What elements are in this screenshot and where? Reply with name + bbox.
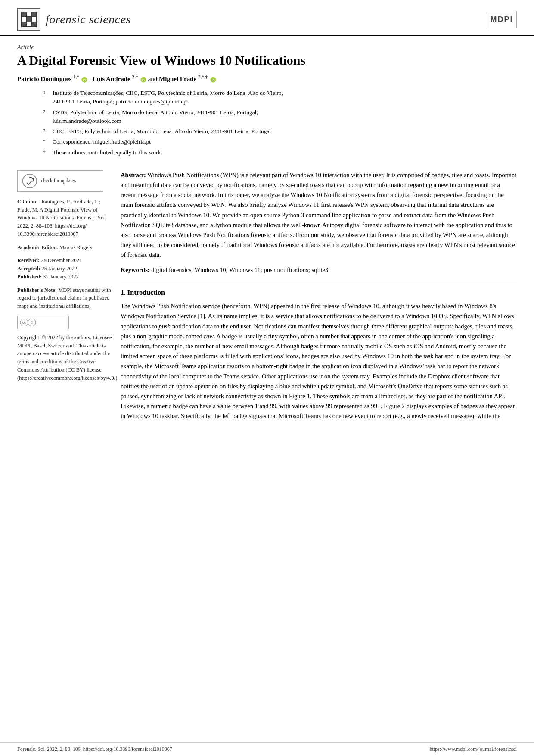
author-separator-2: and: [148, 75, 159, 82]
affil-3-text: CIIC, ESTG, Polytechnic of Leiria, Morro…: [53, 127, 271, 136]
affil-3: 3 CIIC, ESTG, Polytechnic of Leiria, Mor…: [43, 127, 517, 136]
svg-text:iD: iD: [211, 78, 214, 81]
accepted-line: Accepted: 25 January 2022: [17, 265, 112, 273]
published-text: 31 January 2022: [43, 274, 79, 280]
abstract-label: Abstract:: [121, 172, 146, 178]
author-1-name: Patrício Domingues: [17, 75, 71, 82]
logo-cell: [32, 12, 36, 16]
logo-cell: [27, 12, 31, 16]
accepted-text: 25 January 2022: [42, 266, 78, 272]
journal-logo-box: [17, 8, 40, 31]
svg-text:cc: cc: [22, 320, 26, 324]
author-2-sup: 2,†: [132, 74, 138, 79]
affil-2-num: 2: [43, 108, 49, 126]
accepted-label: Accepted:: [17, 266, 40, 272]
mdpi-logo: MDPI: [487, 11, 517, 28]
affil-dagger-num: †: [43, 148, 49, 157]
author-separator-1: ,: [89, 75, 93, 82]
content-divider: [121, 281, 517, 281]
author-3-sup: 3,*,†: [198, 74, 208, 79]
cc-icon: cc ©: [20, 319, 36, 326]
check-updates-icon: [22, 173, 37, 189]
affil-dagger-text: These authors contributed equally to thi…: [53, 148, 162, 157]
logo-cell: [27, 17, 31, 21]
author-3-name: Miguel Frade: [159, 75, 196, 82]
footer-left: Forensic. Sci. 2022, 2, 88–106. https://…: [17, 746, 172, 753]
affil-star: * Correspondence: miguel.frade@ipleiria.…: [43, 137, 517, 146]
author-2-name: Luís Andrade: [93, 75, 130, 82]
logo-cell: [32, 22, 36, 26]
academic-editor-label: Academic Editor:: [17, 244, 58, 250]
check-for-updates-box[interactable]: check for updates: [17, 170, 103, 192]
article-title: A Digital Forensic View of Windows 10 No…: [17, 53, 517, 68]
abstract-text: Windows Push Notifications (WPN) is a re…: [121, 172, 516, 259]
copyright-section: Copyright: © 2022 by the authors. Licens…: [17, 334, 112, 382]
published-label: Published:: [17, 274, 42, 280]
journal-branding: forensic sciences: [17, 8, 131, 31]
svg-text:iD: iD: [142, 78, 145, 81]
orcid-icon-1: iD: [81, 77, 87, 83]
journal-name: forensic sciences: [46, 12, 131, 26]
logo-cell: [22, 12, 26, 16]
keywords-text: digital forensics; Windows 10; Windows 1…: [151, 266, 328, 273]
received-label: Received:: [17, 257, 40, 263]
logo-cell: [22, 17, 26, 21]
journal-logo-grid: [21, 12, 37, 27]
page-footer: Forensic. Sci. 2022, 2, 88–106. https://…: [0, 742, 534, 756]
keywords-block: Keywords: digital forensics; Windows 10;…: [121, 265, 517, 275]
citation-section: Citation: Domingues, P.; Andrade, L.; Fr…: [17, 198, 112, 238]
article-type: Article: [17, 44, 517, 51]
keywords-label: Keywords:: [121, 266, 150, 273]
abstract-block: Abstract: Windows Push Notifications (WP…: [121, 170, 517, 260]
intro-heading: 1. Introduction: [121, 287, 517, 298]
academic-editor-section: Academic Editor: Marcus Rogers: [17, 244, 112, 252]
page-header: forensic sciences MDPI: [0, 0, 534, 36]
main-content: Article A Digital Forensic View of Windo…: [0, 41, 534, 430]
affil-1-num: 1: [43, 89, 49, 106]
affil-star-num: *: [43, 137, 49, 146]
orcid-icon-2: iD: [140, 77, 146, 83]
publishers-note-label: Publisher's Note:: [17, 287, 57, 293]
affil-dagger: † These authors contributed equally to t…: [43, 148, 517, 157]
received-text: 28 December 2021: [41, 257, 82, 263]
affil-star-text: Correspondence: miguel.frade@ipleiria.pt: [53, 137, 151, 146]
published-line: Published: 31 January 2022: [17, 273, 112, 281]
logo-cell: [27, 22, 31, 26]
check-updates-text: check for updates: [41, 178, 76, 184]
license-box: cc ©: [17, 316, 69, 329]
intro-text: The Windows Push Notification service (h…: [121, 301, 517, 421]
left-sidebar: check for updates Citation: Domingues, P…: [17, 170, 112, 422]
authors-line: Patrício Domingues 1,† iD , Luís Andrade…: [17, 74, 517, 83]
affiliations: 1 Instituto de Telecomunicações, CIIC, E…: [43, 89, 517, 157]
affil-2: 2 ESTG, Polytechnic of Leiria, Morro do …: [43, 108, 517, 126]
affil-3-num: 3: [43, 127, 49, 136]
affil-1-text: Instituto de Telecomunicações, CIIC, EST…: [53, 89, 283, 106]
svg-text:iD: iD: [83, 78, 86, 81]
svg-point-6: [23, 174, 37, 188]
right-column: Abstract: Windows Push Notifications (WP…: [121, 170, 517, 422]
academic-editor-text: Marcus Rogers: [59, 244, 92, 250]
two-col-layout: check for updates Citation: Domingues, P…: [17, 170, 517, 422]
publishers-note-section: Publisher's Note: MDPI stays neutral wit…: [17, 286, 112, 310]
logo-cell: [22, 22, 26, 26]
copyright-text: Copyright: © 2022 by the authors. Licens…: [17, 334, 119, 381]
section-divider: [17, 165, 517, 165]
author-1-sup: 1,†: [73, 74, 79, 79]
affil-1: 1 Instituto de Telecomunicações, CIIC, E…: [43, 89, 517, 106]
footer-right: https://www.mdpi.com/journal/forensicsci: [429, 746, 517, 753]
dates-section: Received: 28 December 2021 Accepted: 25 …: [17, 256, 112, 281]
logo-cell: [32, 17, 36, 21]
affil-2-text: ESTG, Polytechnic of Leiria, Morro do Le…: [53, 108, 258, 126]
svg-text:©: ©: [31, 320, 33, 324]
orcid-icon-3: iD: [210, 77, 216, 83]
received-line: Received: 28 December 2021: [17, 256, 112, 265]
citation-label: Citation:: [17, 199, 38, 205]
